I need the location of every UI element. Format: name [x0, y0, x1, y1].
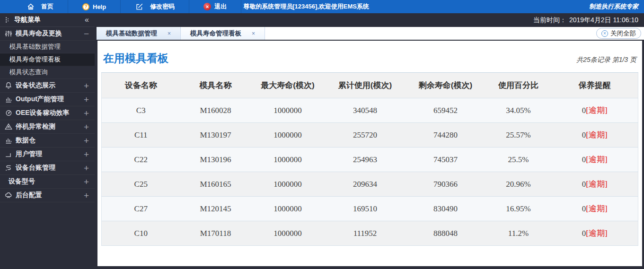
- header-usage-percent: 使用百分比: [485, 73, 552, 98]
- overdue-label: [逾期]: [586, 155, 607, 164]
- home-label: 首页: [41, 2, 53, 11]
- grip-dots-icon: [5, 16, 9, 25]
- sidebar-item-mold-status-query[interactable]: 模具状态查询: [0, 66, 95, 79]
- tab-mold-basic-data[interactable]: 模具基础数据管理 ×: [97, 27, 181, 40]
- sidebar-group-label: 停机异常检测: [16, 122, 55, 131]
- content-panel: 在用模具看板 共25条记录 第1/3 页 设备名称 模具名称 最大寿命(模次) …: [97, 41, 642, 266]
- expand-plus-icon[interactable]: +: [84, 95, 89, 104]
- max-life-cell: 1000000: [251, 123, 325, 148]
- sidebar-group-label: Output产能管理: [16, 95, 64, 104]
- tab-close-icon[interactable]: ×: [168, 30, 171, 37]
- overdue-label: [逾期]: [586, 106, 607, 115]
- logout-button[interactable]: × 退出: [189, 0, 241, 13]
- sidebar-group-device-status[interactable]: 设备状态展示 +: [0, 79, 95, 93]
- record-count-info: 共25条记录 第1/3 页: [576, 56, 636, 64]
- usage-percent-cell: 25.57%: [485, 123, 552, 148]
- maintenance-reminder-cell: 0[逾期]: [552, 98, 638, 123]
- expand-plus-icon[interactable]: +: [84, 191, 89, 200]
- close-all-button[interactable]: × 关闭全部: [596, 28, 641, 39]
- close-circle-icon: ×: [601, 30, 608, 37]
- maintenance-reminder-cell: 0[逾期]: [552, 172, 638, 197]
- header-used: 累计使用(模次): [325, 73, 406, 98]
- mold-table-head: 设备名称 模具名称 最大寿命(模次) 累计使用(模次) 剩余寿命(模次) 使用百…: [102, 73, 638, 98]
- sidebar-group-data-warehouse[interactable]: 数据仓 +: [0, 134, 95, 148]
- table-row: C25M160165100000020963479036620.96%0[逾期]: [102, 172, 638, 197]
- device-name-cell: C25: [102, 172, 180, 197]
- expand-plus-icon[interactable]: +: [84, 164, 89, 173]
- bar-chart-icon: [4, 136, 13, 145]
- mold-name-cell: M120145: [180, 197, 251, 221]
- sidebar-group-equipment-ledger[interactable]: 设备台账管理 +: [0, 161, 95, 175]
- overdue-label: [逾期]: [586, 204, 607, 213]
- expand-plus-icon[interactable]: +: [84, 177, 89, 186]
- sidebar-item-mold-life-board[interactable]: 模具寿命管理看板: [0, 53, 95, 66]
- user-icon: [4, 150, 13, 159]
- expand-plus-icon[interactable]: +: [84, 109, 89, 118]
- remaining-life-cell: 744280: [406, 123, 485, 148]
- header-remaining-life: 剩余寿命(模次): [406, 73, 485, 98]
- used-cell: 111952: [325, 221, 406, 246]
- cloud-icon: [4, 191, 13, 200]
- sidebar-group-downtime[interactable]: 停机异常检测 +: [0, 120, 95, 134]
- tab-label: 模具基础数据管理: [106, 29, 157, 38]
- tab-close-icon[interactable]: ×: [252, 30, 255, 37]
- sidebar-group-user-management[interactable]: 用户管理 +: [0, 148, 95, 161]
- change-password-button[interactable]: 修改密码: [121, 0, 189, 13]
- used-cell: 340548: [325, 98, 406, 123]
- sidebar-group-output[interactable]: Output产能管理 +: [0, 93, 95, 106]
- welcome-text: 尊敬的系统管理员[123456],欢迎使用EMS系统: [243, 2, 369, 11]
- maintenance-reminder-cell: 0[逾期]: [552, 197, 638, 221]
- sidebar-group-label: OEE设备稼动效率: [16, 109, 70, 117]
- used-cell: 209634: [325, 172, 406, 197]
- sidebar-group-device-model[interactable]: 设备型号 +: [0, 175, 95, 189]
- maintenance-reminder-cell: 0[逾期]: [552, 123, 638, 148]
- sidebar-collapse-icon[interactable]: «: [85, 16, 89, 24]
- tab-mold-life-board[interactable]: 模具寿命管理看板 ×: [181, 27, 265, 40]
- current-time-label: 当前时间：: [533, 16, 566, 25]
- remaining-life-cell: 790366: [406, 172, 485, 197]
- collapse-minus-icon[interactable]: −: [84, 29, 89, 38]
- sidebar-title: 导航菜单: [14, 16, 41, 24]
- statusbar: 当前时间： 2019年4月2日 11:06:10: [95, 13, 644, 27]
- usage-percent-cell: 16.95%: [485, 197, 552, 221]
- remaining-life-cell: 659452: [406, 98, 485, 123]
- help-button[interactable]: ? Help: [68, 0, 121, 13]
- usage-percent-cell: 20.96%: [485, 172, 552, 197]
- sidebar-header: 导航菜单 «: [0, 13, 95, 27]
- max-life-cell: 1000000: [251, 148, 325, 172]
- expand-plus-icon[interactable]: +: [84, 150, 89, 159]
- sidebar-item-mold-basic-data[interactable]: 模具基础数据管理: [0, 41, 95, 53]
- sidebar-group-mold-life[interactable]: 模具寿命及更换 −: [0, 27, 95, 41]
- header-max-life: 最大寿命(模次): [251, 73, 325, 98]
- sidebar-group-label: 用户管理: [16, 150, 42, 158]
- remaining-life-cell: 830490: [406, 197, 485, 221]
- max-life-cell: 1000000: [251, 172, 325, 197]
- mold-table: 设备名称 模具名称 最大寿命(模次) 累计使用(模次) 剩余寿命(模次) 使用百…: [101, 72, 638, 246]
- table-row: C10M170118100000011195288804811.2%0[逾期]: [102, 221, 638, 246]
- home-button[interactable]: 首页: [0, 0, 68, 13]
- table-row: C11M130197100000025572074428025.57%0[逾期]: [102, 123, 638, 148]
- used-cell: 254963: [325, 148, 406, 172]
- expand-plus-icon[interactable]: +: [84, 81, 89, 90]
- logout-label: 退出: [214, 2, 227, 11]
- sidebar-group-backend-config[interactable]: 后台配置 +: [0, 189, 95, 202]
- sidebar-group-label: 模具寿命及更换: [16, 29, 62, 38]
- expand-plus-icon[interactable]: +: [84, 122, 89, 131]
- sidebar-group-oee[interactable]: OEE设备稼动效率 +: [0, 106, 95, 120]
- device-name-cell: C11: [102, 123, 180, 148]
- mold-name-cell: M130196: [180, 148, 251, 172]
- overdue-label: [逾期]: [586, 130, 607, 139]
- usage-percent-cell: 25.5%: [485, 148, 552, 172]
- max-life-cell: 1000000: [251, 197, 325, 221]
- mold-table-body: C3M160028100000034054865945234.05%0[逾期]C…: [102, 98, 638, 246]
- header-row: 设备名称 模具名称 最大寿命(模次) 累计使用(模次) 剩余寿命(模次) 使用百…: [102, 73, 638, 98]
- main-layout: 导航菜单 « 模具寿命及更换 − 模具基础数据管理 模具寿命管理看板 模具状态查…: [0, 13, 644, 269]
- current-time-value: 2019年4月2日 11:06:10: [569, 16, 638, 25]
- content-header: 在用模具看板 共25条记录 第1/3 页: [101, 45, 638, 72]
- device-name-cell: C22: [102, 148, 180, 172]
- header-maintenance-reminder: 保养提醒: [552, 73, 638, 98]
- warning-triangle-icon: [4, 122, 13, 131]
- table-row: C3M160028100000034054865945234.05%0[逾期]: [102, 98, 638, 123]
- expand-plus-icon[interactable]: +: [84, 136, 89, 145]
- help-label: Help: [93, 3, 106, 10]
